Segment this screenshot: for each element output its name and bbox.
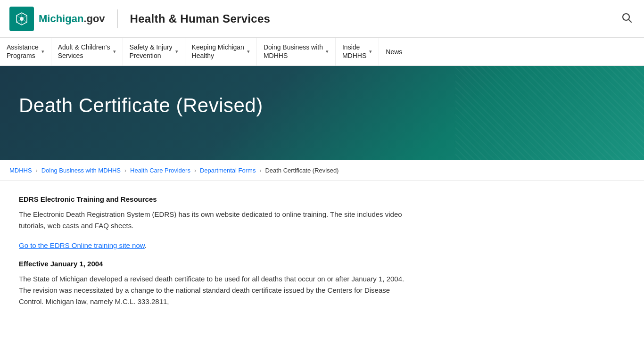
chevron-down-icon: ▾ <box>247 49 250 55</box>
edrs-link-paragraph: Go to the EDRS Online training site now. <box>19 240 405 251</box>
effective-date-paragraph: The State of Michigan developed a revise… <box>19 273 405 307</box>
header-divider <box>117 9 118 28</box>
nav-item-doing-business[interactable]: Doing Business withMDHHS ▾ <box>257 38 336 66</box>
breadcrumb-mdhhs[interactable]: MDHHS <box>9 167 32 174</box>
site-header: Michigan.gov Health & Human Services <box>0 0 644 38</box>
chevron-down-icon: ▾ <box>369 49 372 55</box>
breadcrumb-separator: › <box>124 167 126 174</box>
nav-label-safety: Safety & InjuryPrevention <box>130 43 173 60</box>
breadcrumb-separator: › <box>36 167 38 174</box>
logo-text: Michigan.gov <box>39 13 105 25</box>
breadcrumb-current: Death Certificate (Revised) <box>265 167 339 174</box>
breadcrumb: MDHHS › Doing Business with MDHHS › Heal… <box>0 160 644 181</box>
chevron-down-icon: ▾ <box>113 49 116 55</box>
hero-section: Death Certificate (Revised) <box>0 66 644 160</box>
nav-item-safety[interactable]: Safety & InjuryPrevention ▾ <box>123 38 185 66</box>
nav-label-adult-children: Adult & Children'sServices <box>58 43 110 60</box>
site-title: Health & Human Services <box>130 12 271 25</box>
nav-label-assistance: AssistancePrograms <box>7 43 39 60</box>
edrs-training-link[interactable]: Go to the EDRS Online training site now <box>19 241 145 249</box>
svg-line-3 <box>629 19 632 22</box>
nav-item-assistance[interactable]: AssistancePrograms ▾ <box>0 38 51 66</box>
nav-item-inside[interactable]: InsideMDHHS ▾ <box>336 38 379 66</box>
nav-label-inside: InsideMDHHS <box>342 43 366 60</box>
link-suffix: . <box>145 241 147 249</box>
header-left: Michigan.gov Health & Human Services <box>9 7 270 31</box>
page-title: Death Certificate (Revised) <box>19 94 625 117</box>
nav-item-news[interactable]: News <box>379 38 409 66</box>
main-navigation: AssistancePrograms ▾ Adult & Children'sS… <box>0 38 644 66</box>
nav-item-keeping-healthy[interactable]: Keeping MichiganHealthy ▾ <box>185 38 257 66</box>
edrs-intro-paragraph: The Electronic Death Registration System… <box>19 209 405 231</box>
breadcrumb-departmental-forms[interactable]: Departmental Forms <box>200 167 256 174</box>
breadcrumb-separator: › <box>259 167 261 174</box>
breadcrumb-doing-business[interactable]: Doing Business with MDHHS <box>41 167 121 174</box>
page-content: EDRS Electronic Training and Resources T… <box>0 181 424 330</box>
nav-label-keeping-healthy: Keeping MichiganHealthy <box>192 43 244 60</box>
michigan-gov-logo[interactable]: Michigan.gov <box>9 7 105 31</box>
chevron-down-icon: ▾ <box>326 49 329 55</box>
breadcrumb-health-care-providers[interactable]: Health Care Providers <box>130 167 190 174</box>
effective-date-title: Effective January 1, 2004 <box>19 260 405 268</box>
search-button[interactable] <box>619 9 635 28</box>
michigan-logo-icon <box>9 7 34 31</box>
svg-point-1 <box>20 17 24 21</box>
chevron-down-icon: ▾ <box>175 49 178 55</box>
nav-label-doing-business: Doing Business withMDHHS <box>264 43 323 60</box>
edrs-section-title: EDRS Electronic Training and Resources <box>19 195 405 203</box>
chevron-down-icon: ▾ <box>41 49 44 55</box>
nav-item-adult-children[interactable]: Adult & Children'sServices ▾ <box>51 38 123 66</box>
breadcrumb-separator: › <box>194 167 196 174</box>
nav-label-news: News <box>386 48 402 56</box>
